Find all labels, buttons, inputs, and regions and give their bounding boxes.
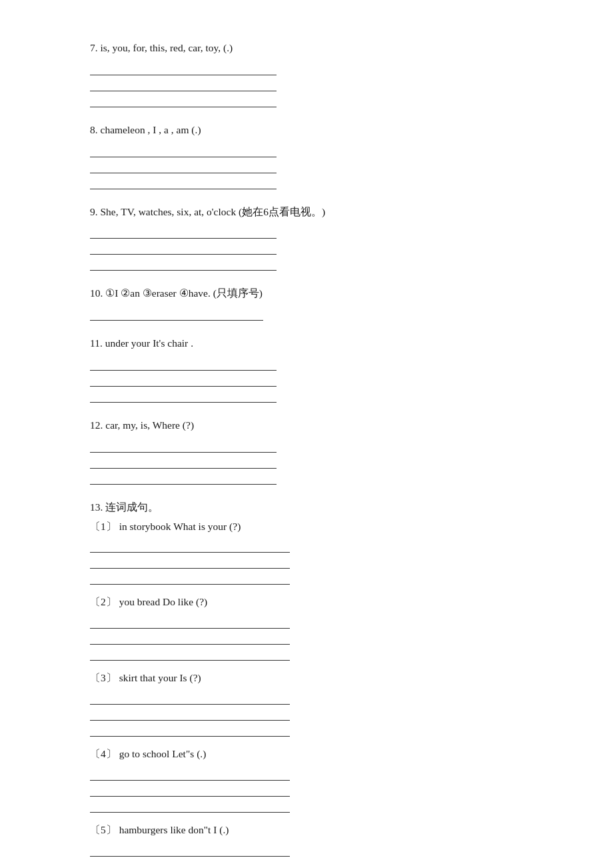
answer-line[interactable]	[90, 646, 290, 661]
sub-4-lines	[90, 766, 523, 813]
answer-line[interactable]	[90, 538, 290, 553]
answer-line[interactable]	[90, 766, 290, 781]
question-12: 12. car, my, is, Where (?)	[90, 417, 523, 485]
answer-line[interactable]	[90, 240, 277, 255]
sub-question-5: 〔5〕 hamburgers like don"t I (.)	[90, 822, 523, 868]
q10-answer-lines	[90, 306, 523, 321]
answer-line[interactable]	[90, 706, 290, 721]
answer-line[interactable]	[90, 690, 290, 705]
question-9: 9. She, TV, watches, six, at, o'clock (她…	[90, 204, 523, 271]
q10-prompt: 10. ①I ②an ③eraser ④have. (只填序号)	[90, 285, 523, 302]
answer-line[interactable]	[90, 356, 277, 371]
answer-line[interactable]	[90, 77, 277, 91]
sub-5-prompt: 〔5〕 hamburgers like don"t I (.)	[90, 822, 523, 839]
sub-1-lines	[90, 538, 523, 585]
answer-line[interactable]	[90, 372, 277, 387]
answer-line[interactable]	[90, 438, 277, 453]
answer-line[interactable]	[90, 722, 290, 737]
sub-5-lines	[90, 842, 523, 868]
answer-line[interactable]	[90, 388, 277, 403]
answer-line[interactable]	[90, 454, 277, 469]
q8-prompt: 8. chameleon , I , a , am (.)	[90, 122, 523, 139]
q8-answer-lines	[90, 143, 523, 189]
sub-question-3: 〔3〕 skirt that your Is (?)	[90, 670, 523, 737]
answer-line[interactable]	[90, 630, 290, 645]
questions-section: 7. is, you, for, this, red, car, toy, (.…	[90, 40, 523, 485]
sub-3-prompt: 〔3〕 skirt that your Is (?)	[90, 670, 523, 687]
q7-prompt: 7. is, you, for, this, red, car, toy, (.…	[90, 40, 523, 57]
question-10: 10. ①I ②an ③eraser ④have. (只填序号)	[90, 285, 523, 321]
q12-prompt: 12. car, my, is, Where (?)	[90, 417, 523, 434]
answer-line[interactable]	[90, 798, 290, 813]
answer-line[interactable]	[90, 175, 277, 189]
answer-line[interactable]	[90, 554, 290, 569]
q12-answer-lines	[90, 438, 523, 485]
q11-answer-lines	[90, 356, 523, 403]
answer-line[interactable]	[90, 470, 277, 485]
answer-line[interactable]	[90, 61, 277, 75]
section-13: 13. 连词成句。 〔1〕 in storybook What is your …	[90, 499, 523, 868]
q7-answer-lines	[90, 61, 523, 107]
answer-line[interactable]	[90, 159, 277, 173]
sub-2-lines	[90, 614, 523, 661]
sub-question-4: 〔4〕 go to school Let"s (.)	[90, 746, 523, 813]
answer-line[interactable]	[90, 93, 277, 107]
answer-line[interactable]	[90, 224, 277, 239]
answer-line[interactable]	[90, 570, 290, 585]
question-8: 8. chameleon , I , a , am (.)	[90, 122, 523, 189]
question-7: 7. is, you, for, this, red, car, toy, (.…	[90, 40, 523, 107]
q9-prompt: 9. She, TV, watches, six, at, o'clock (她…	[90, 204, 523, 221]
answer-line[interactable]	[90, 306, 263, 321]
answer-line[interactable]	[90, 256, 277, 271]
sub-1-prompt: 〔1〕 in storybook What is your (?)	[90, 519, 523, 535]
answer-line[interactable]	[90, 782, 290, 797]
sub-3-lines	[90, 690, 523, 737]
q9-answer-lines	[90, 224, 523, 271]
sub-question-2: 〔2〕 you bread Do like (?)	[90, 594, 523, 661]
sub-question-1: 〔1〕 in storybook What is your (?)	[90, 519, 523, 585]
answer-line[interactable]	[90, 614, 290, 629]
q11-prompt: 11. under your It's chair .	[90, 335, 523, 352]
sub-4-prompt: 〔4〕 go to school Let"s (.)	[90, 746, 523, 763]
section-13-title: 13. 连词成句。	[90, 499, 523, 516]
answer-line[interactable]	[90, 143, 277, 157]
answer-line[interactable]	[90, 858, 290, 868]
answer-line[interactable]	[90, 842, 290, 857]
question-11: 11. under your It's chair .	[90, 335, 523, 403]
sub-2-prompt: 〔2〕 you bread Do like (?)	[90, 594, 523, 611]
